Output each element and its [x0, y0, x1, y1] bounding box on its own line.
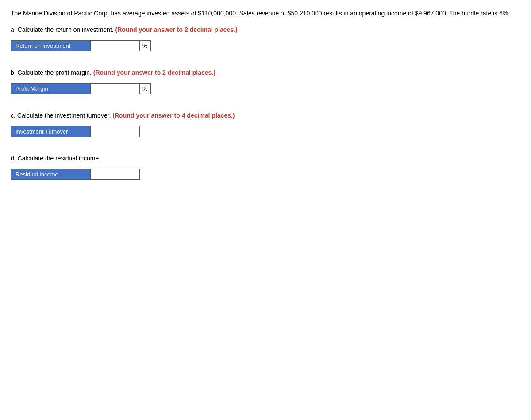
intro-text: The Marine Division of Pacific Corp. has… [11, 9, 520, 18]
question-b-instruction: (Round your answer to 2 decimal places.) [93, 69, 215, 76]
question-a-block: a. Calculate the return on investment. (… [11, 26, 520, 51]
return-on-investment-input[interactable] [91, 41, 139, 51]
question-b-label: b. Calculate the profit margin. (Round y… [11, 69, 520, 76]
investment-turnover-row: Investment Turnover [11, 126, 140, 137]
residual-income-row: Residual Income [11, 169, 140, 180]
residual-income-input[interactable] [91, 169, 139, 179]
question-c-block: c. Calculate the investment turnover. (R… [11, 112, 520, 137]
question-d-text: d. Calculate the residual income. [11, 155, 100, 162]
investment-turnover-label: Investment Turnover [11, 126, 91, 137]
return-on-investment-label: Return on Investment [11, 41, 91, 51]
profit-margin-unit: % [139, 84, 150, 94]
question-a-label: a. Calculate the return on investment. (… [11, 26, 520, 33]
profit-margin-row: Profit Margin % [11, 83, 151, 94]
profit-margin-input[interactable] [91, 84, 139, 94]
question-c-instruction: (Round your answer to 4 decimal places.) [112, 112, 235, 119]
question-c-text: c. Calculate the investment turnover. [11, 112, 111, 119]
return-on-investment-row: Return on Investment % [11, 40, 151, 51]
question-c-label: c. Calculate the investment turnover. (R… [11, 112, 520, 119]
question-d-label: d. Calculate the residual income. [11, 155, 520, 162]
question-a-text: a. Calculate the return on investment. [11, 26, 114, 33]
question-a-instruction: (Round your answer to 2 decimal places.) [115, 26, 238, 33]
residual-income-label: Residual Income [11, 169, 91, 179]
question-b-text: b. Calculate the profit margin. [11, 69, 92, 76]
investment-turnover-input[interactable] [91, 126, 139, 137]
profit-margin-label: Profit Margin [11, 84, 91, 94]
return-on-investment-unit: % [139, 41, 150, 51]
question-b-block: b. Calculate the profit margin. (Round y… [11, 69, 520, 94]
question-d-block: d. Calculate the residual income. Residu… [11, 155, 520, 180]
